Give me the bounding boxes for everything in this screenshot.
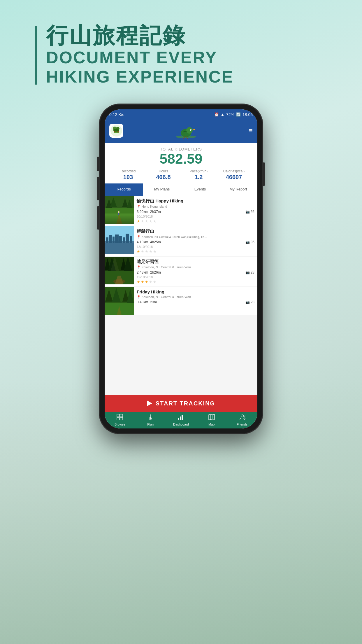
stat-calories-value: 46607 <box>216 174 252 181</box>
app-header: ≡ <box>105 120 257 143</box>
phone-device: 0.12 K/s ⏰ ▲ 72% 🔄 18:05 <box>99 104 263 434</box>
svg-rect-34 <box>123 237 125 243</box>
record-distance-duration: 3.90km 2h37m <box>137 210 161 214</box>
nav-browse-label: Browse <box>115 423 125 426</box>
header-section: 行山旅程記錄 DOCUMENT EVERY HIKING EXPERIENCE <box>0 23 362 87</box>
record-photos: 📷 23 <box>245 300 254 304</box>
record-thumb-image <box>105 226 134 254</box>
svg-rect-59 <box>180 416 181 420</box>
star-1: ★ <box>137 280 140 284</box>
record-photos: 📷 56 <box>245 210 254 214</box>
record-title: 愉快行山 Happy Hiking <box>137 198 254 204</box>
svg-rect-31 <box>113 237 115 243</box>
record-thumbnail <box>105 226 134 254</box>
map-icon <box>208 414 215 422</box>
friends-icon <box>239 414 245 422</box>
record-location: 📍 Kowloon, NT Central & Tsuen Wan <box>137 295 254 299</box>
start-tracking-button[interactable]: START TRACKING <box>105 395 257 412</box>
stat-recorded: Recorded 103 <box>110 169 146 181</box>
play-icon <box>147 400 152 406</box>
thumb-forest-path <box>105 257 134 284</box>
svg-rect-37 <box>105 243 134 254</box>
nav-map-label: Map <box>208 423 215 426</box>
thumb-cityscape <box>105 226 134 254</box>
star-4: ★ <box>149 249 152 254</box>
stat-hours-label: Hours <box>146 169 181 173</box>
stat-recorded-value: 103 <box>110 174 146 181</box>
record-rating: ★ ★ ★ ★ ★ <box>137 219 254 223</box>
record-meta: 0.48km 23m 📷 23 <box>137 300 254 304</box>
location-text: Kowloon, NT Central & Tsuen Wan <box>142 295 191 299</box>
thumb-forest-1 <box>105 196 134 224</box>
tabs-bar: Records My Plans Events My Report <box>105 183 257 196</box>
record-date: 13/10/2018 <box>137 245 254 249</box>
svg-rect-52 <box>117 414 120 417</box>
svg-rect-33 <box>119 236 122 243</box>
svg-point-66 <box>243 415 245 417</box>
record-item[interactable]: 愉快行山 Happy Hiking 📍 Hong Kong Island 3.9… <box>105 196 257 226</box>
record-info: 遠足研習徑 📍 Kowloon, NT Central & Tsuen Wan … <box>134 257 257 286</box>
header-english-text: DOCUMENT EVERY HIKING EXPERIENCE <box>46 48 234 87</box>
svg-rect-55 <box>120 417 123 420</box>
stat-recorded-label: Recorded <box>110 169 146 173</box>
record-meta: 3.90km 2h37m 📷 56 <box>137 210 254 214</box>
tab-my-report[interactable]: My Report <box>219 183 257 196</box>
location-text: Hong Kong Island <box>142 205 167 208</box>
record-item[interactable]: Friday Hiking 📍 Kowloon, NT Central & Ts… <box>105 287 257 315</box>
record-title: 輕鬆行山 <box>137 229 254 234</box>
record-info: 輕鬆行山 📍 Kowloon, NT Central & Tsuen Wan,S… <box>134 226 257 256</box>
photo-count: 56 <box>251 210 254 214</box>
browse-icon <box>117 414 123 422</box>
record-distance-duration: 2.43km 2h26m <box>137 270 161 274</box>
svg-rect-26 <box>118 213 119 215</box>
star-5: ★ <box>153 219 157 223</box>
star-5: ★ <box>153 249 157 254</box>
tab-events[interactable]: Events <box>181 183 219 196</box>
record-thumbnail <box>105 287 134 315</box>
star-3: ★ <box>145 249 148 254</box>
nav-item-plan[interactable]: Plan <box>135 414 166 426</box>
location-pin-icon: 📍 <box>137 265 141 269</box>
svg-rect-53 <box>120 414 123 417</box>
kiwi-bird-icon <box>174 123 198 139</box>
browse-svg-icon <box>117 414 123 420</box>
header-text-block: 行山旅程記錄 DOCUMENT EVERY HIKING EXPERIENCE <box>46 23 234 87</box>
camera-icon: 📷 <box>245 300 250 304</box>
record-rating: ★ ★ ★ ★ ★ <box>137 280 254 284</box>
svg-marker-62 <box>209 414 215 420</box>
status-sync-icon: 🔄 <box>236 112 241 117</box>
nav-item-dashboard[interactable]: Dashboard <box>166 414 196 426</box>
record-date: 20/10/2018 <box>137 215 254 218</box>
record-thumb-image <box>105 196 134 224</box>
camera-icon: 📷 <box>245 270 250 274</box>
svg-point-11 <box>190 129 191 130</box>
nav-item-map[interactable]: Map <box>196 414 227 426</box>
tab-my-plans[interactable]: My Plans <box>143 183 181 196</box>
stat-hours-value: 466.8 <box>146 174 181 181</box>
star-1: ★ <box>137 219 140 223</box>
location-text: Kowloon, NT Central & Tsuen Wan <box>142 265 191 269</box>
stats-section: TOTAL KILOMETERS 582.59 Recorded 103 Hou… <box>105 143 257 183</box>
location-pin-icon: 📍 <box>137 235 141 239</box>
location-pin-icon: 📍 <box>137 205 141 209</box>
total-km-label: TOTAL KILOMETERS <box>109 147 253 151</box>
record-item[interactable]: 遠足研習徑 📍 Kowloon, NT Central & Tsuen Wan … <box>105 257 257 286</box>
phone-volume-down-button <box>97 206 99 230</box>
thumb-forest-4 <box>105 287 134 315</box>
svg-rect-35 <box>126 234 129 243</box>
star-2: ★ <box>141 219 144 223</box>
plan-svg-icon <box>147 414 154 420</box>
stat-hours: Hours 466.8 <box>146 169 181 181</box>
status-bar: 0.12 K/s ⏰ ▲ 72% 🔄 18:05 <box>105 109 257 120</box>
settings-icon[interactable]: ≡ <box>249 127 253 135</box>
status-speed: 0.12 K/s <box>109 112 124 117</box>
nav-dashboard-label: Dashboard <box>173 423 189 426</box>
record-meta: 2.43km 2h26m 📷 28 <box>137 270 254 274</box>
record-item[interactable]: 輕鬆行山 📍 Kowloon, NT Central & Tsuen Wan,S… <box>105 226 257 256</box>
record-thumb-image <box>105 257 134 284</box>
tab-records[interactable]: Records <box>105 183 143 196</box>
svg-point-6 <box>114 132 119 133</box>
dashboard-icon <box>178 414 184 422</box>
stat-pace-value: 1.2 <box>181 174 216 181</box>
svg-rect-20 <box>105 214 134 224</box>
